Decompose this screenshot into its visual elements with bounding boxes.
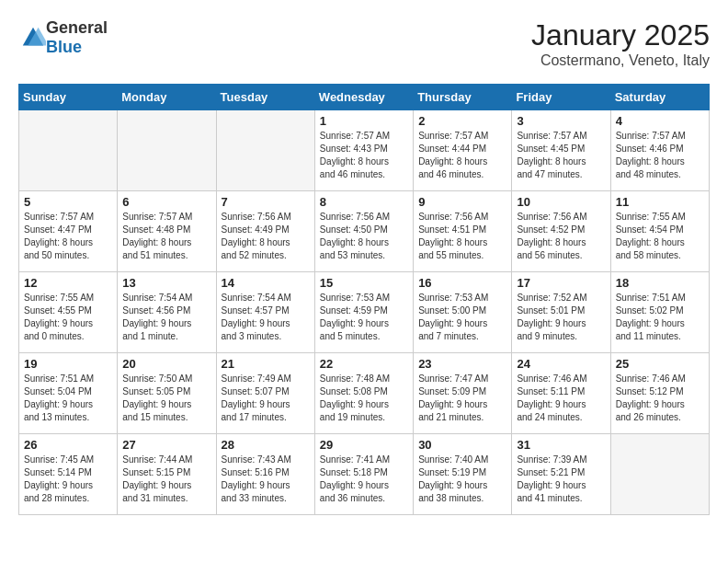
calendar-cell: 21Sunrise: 7:49 AM Sunset: 5:07 PM Dayli… — [216, 353, 314, 434]
day-info: Sunrise: 7:49 AM Sunset: 5:07 PM Dayligh… — [222, 373, 310, 424]
day-number: 29 — [320, 438, 408, 452]
day-number: 1 — [320, 114, 408, 128]
calendar-cell: 31Sunrise: 7:39 AM Sunset: 5:21 PM Dayli… — [512, 434, 610, 515]
day-number: 6 — [122, 195, 210, 209]
day-info: Sunrise: 7:56 AM Sunset: 4:50 PM Dayligh… — [320, 211, 408, 262]
calendar-cell: 17Sunrise: 7:52 AM Sunset: 5:01 PM Dayli… — [512, 272, 610, 353]
day-info: Sunrise: 7:54 AM Sunset: 4:56 PM Dayligh… — [122, 292, 210, 343]
day-number: 19 — [24, 357, 112, 371]
title-block: January 2025 Costermano, Veneto, Italy — [531, 18, 710, 69]
calendar-cell — [19, 110, 118, 191]
calendar-cell: 10Sunrise: 7:56 AM Sunset: 4:52 PM Dayli… — [512, 191, 610, 272]
calendar-cell: 16Sunrise: 7:53 AM Sunset: 5:00 PM Dayli… — [414, 272, 512, 353]
day-info: Sunrise: 7:48 AM Sunset: 5:08 PM Dayligh… — [320, 373, 408, 424]
day-number: 30 — [418, 438, 506, 452]
day-number: 15 — [320, 276, 408, 290]
calendar-week-0: 1Sunrise: 7:57 AM Sunset: 4:43 PM Daylig… — [19, 110, 710, 191]
day-info: Sunrise: 7:54 AM Sunset: 4:57 PM Dayligh… — [222, 292, 310, 343]
day-number: 28 — [222, 438, 310, 452]
calendar-cell: 18Sunrise: 7:51 AM Sunset: 5:02 PM Dayli… — [610, 272, 709, 353]
calendar-cell — [610, 434, 709, 515]
day-number: 18 — [616, 276, 704, 290]
calendar-cell: 25Sunrise: 7:46 AM Sunset: 5:12 PM Dayli… — [610, 353, 709, 434]
calendar-cell: 12Sunrise: 7:55 AM Sunset: 4:55 PM Dayli… — [19, 272, 118, 353]
calendar-cell: 30Sunrise: 7:40 AM Sunset: 5:19 PM Dayli… — [414, 434, 512, 515]
weekday-header-wednesday: Wednesday — [314, 85, 413, 110]
calendar-cell: 27Sunrise: 7:44 AM Sunset: 5:15 PM Dayli… — [118, 434, 216, 515]
calendar-cell: 14Sunrise: 7:54 AM Sunset: 4:57 PM Dayli… — [216, 272, 314, 353]
day-number: 21 — [222, 357, 310, 371]
day-number: 26 — [24, 438, 112, 452]
calendar-cell — [216, 110, 314, 191]
calendar-cell: 11Sunrise: 7:55 AM Sunset: 4:54 PM Dayli… — [610, 191, 709, 272]
calendar-cell: 15Sunrise: 7:53 AM Sunset: 4:59 PM Dayli… — [314, 272, 413, 353]
day-info: Sunrise: 7:57 AM Sunset: 4:48 PM Dayligh… — [122, 211, 210, 262]
day-number: 20 — [122, 357, 210, 371]
day-info: Sunrise: 7:55 AM Sunset: 4:54 PM Dayligh… — [616, 211, 704, 262]
day-info: Sunrise: 7:39 AM Sunset: 5:21 PM Dayligh… — [517, 454, 605, 505]
calendar-cell: 20Sunrise: 7:50 AM Sunset: 5:05 PM Dayli… — [118, 353, 216, 434]
day-info: Sunrise: 7:56 AM Sunset: 4:52 PM Dayligh… — [517, 211, 605, 262]
weekday-header-monday: Monday — [118, 85, 216, 110]
day-info: Sunrise: 7:53 AM Sunset: 5:00 PM Dayligh… — [418, 292, 506, 343]
calendar-cell — [118, 110, 216, 191]
calendar-cell: 5Sunrise: 7:57 AM Sunset: 4:47 PM Daylig… — [19, 191, 118, 272]
day-number: 5 — [24, 195, 112, 209]
calendar-cell: 2Sunrise: 7:57 AM Sunset: 4:44 PM Daylig… — [414, 110, 512, 191]
calendar-cell: 28Sunrise: 7:43 AM Sunset: 5:16 PM Dayli… — [216, 434, 314, 515]
day-number: 25 — [616, 357, 704, 371]
day-number: 7 — [222, 195, 310, 209]
day-number: 14 — [222, 276, 310, 290]
calendar-cell: 3Sunrise: 7:57 AM Sunset: 4:45 PM Daylig… — [512, 110, 610, 191]
weekday-header-tuesday: Tuesday — [216, 85, 314, 110]
day-number: 12 — [24, 276, 112, 290]
calendar-cell: 7Sunrise: 7:56 AM Sunset: 4:49 PM Daylig… — [216, 191, 314, 272]
location-title: Costermano, Veneto, Italy — [531, 52, 710, 69]
logo-icon — [20, 25, 46, 51]
weekday-header-row: SundayMondayTuesdayWednesdayThursdayFrid… — [19, 85, 710, 110]
day-number: 16 — [418, 276, 506, 290]
calendar: SundayMondayTuesdayWednesdayThursdayFrid… — [18, 84, 710, 515]
day-info: Sunrise: 7:52 AM Sunset: 5:01 PM Dayligh… — [517, 292, 605, 343]
calendar-cell: 1Sunrise: 7:57 AM Sunset: 4:43 PM Daylig… — [314, 110, 413, 191]
logo-general: General — [46, 18, 108, 37]
day-info: Sunrise: 7:57 AM Sunset: 4:47 PM Dayligh… — [24, 211, 112, 262]
day-info: Sunrise: 7:51 AM Sunset: 5:02 PM Dayligh… — [616, 292, 704, 343]
calendar-cell: 9Sunrise: 7:56 AM Sunset: 4:51 PM Daylig… — [414, 191, 512, 272]
day-info: Sunrise: 7:53 AM Sunset: 4:59 PM Dayligh… — [320, 292, 408, 343]
day-info: Sunrise: 7:44 AM Sunset: 5:15 PM Dayligh… — [122, 454, 210, 505]
day-info: Sunrise: 7:51 AM Sunset: 5:04 PM Dayligh… — [24, 373, 112, 424]
day-info: Sunrise: 7:46 AM Sunset: 5:11 PM Dayligh… — [517, 373, 605, 424]
day-number: 13 — [122, 276, 210, 290]
day-info: Sunrise: 7:57 AM Sunset: 4:44 PM Dayligh… — [418, 130, 506, 181]
calendar-cell: 6Sunrise: 7:57 AM Sunset: 4:48 PM Daylig… — [118, 191, 216, 272]
page-header: General Blue January 2025 Costermano, Ve… — [18, 18, 710, 69]
calendar-week-1: 5Sunrise: 7:57 AM Sunset: 4:47 PM Daylig… — [19, 191, 710, 272]
day-info: Sunrise: 7:43 AM Sunset: 5:16 PM Dayligh… — [222, 454, 310, 505]
day-number: 23 — [418, 357, 506, 371]
day-number: 31 — [517, 438, 605, 452]
day-number: 8 — [320, 195, 408, 209]
day-info: Sunrise: 7:56 AM Sunset: 4:51 PM Dayligh… — [418, 211, 506, 262]
day-info: Sunrise: 7:56 AM Sunset: 4:49 PM Dayligh… — [222, 211, 310, 262]
weekday-header-saturday: Saturday — [610, 85, 709, 110]
calendar-cell: 13Sunrise: 7:54 AM Sunset: 4:56 PM Dayli… — [118, 272, 216, 353]
weekday-header-sunday: Sunday — [19, 85, 118, 110]
day-info: Sunrise: 7:57 AM Sunset: 4:46 PM Dayligh… — [616, 130, 704, 181]
day-number: 22 — [320, 357, 408, 371]
day-number: 4 — [616, 114, 704, 128]
calendar-cell: 26Sunrise: 7:45 AM Sunset: 5:14 PM Dayli… — [19, 434, 118, 515]
day-number: 27 — [122, 438, 210, 452]
calendar-cell: 22Sunrise: 7:48 AM Sunset: 5:08 PM Dayli… — [314, 353, 413, 434]
weekday-header-thursday: Thursday — [414, 85, 512, 110]
calendar-cell: 29Sunrise: 7:41 AM Sunset: 5:18 PM Dayli… — [314, 434, 413, 515]
logo: General Blue — [18, 18, 108, 57]
calendar-cell: 4Sunrise: 7:57 AM Sunset: 4:46 PM Daylig… — [610, 110, 709, 191]
day-info: Sunrise: 7:50 AM Sunset: 5:05 PM Dayligh… — [122, 373, 210, 424]
calendar-cell: 23Sunrise: 7:47 AM Sunset: 5:09 PM Dayli… — [414, 353, 512, 434]
calendar-cell: 24Sunrise: 7:46 AM Sunset: 5:11 PM Dayli… — [512, 353, 610, 434]
day-info: Sunrise: 7:57 AM Sunset: 4:43 PM Dayligh… — [320, 130, 408, 181]
day-number: 9 — [418, 195, 506, 209]
day-info: Sunrise: 7:47 AM Sunset: 5:09 PM Dayligh… — [418, 373, 506, 424]
day-number: 11 — [616, 195, 704, 209]
